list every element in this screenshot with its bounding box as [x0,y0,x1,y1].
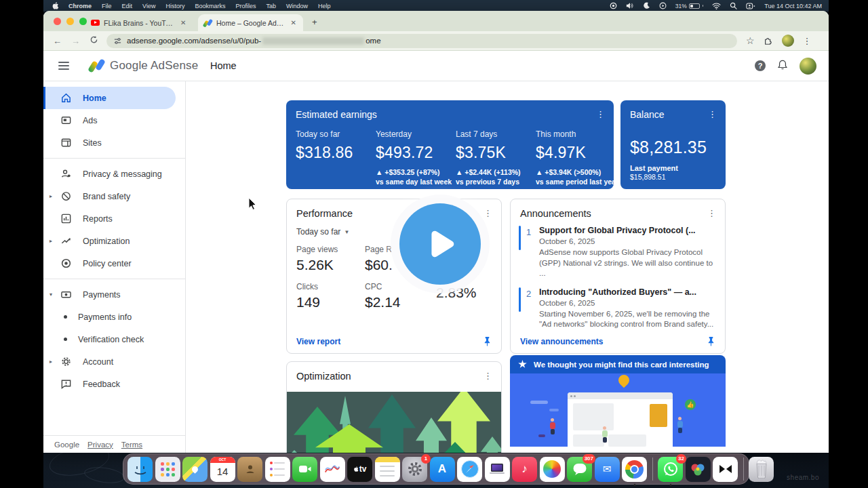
account-avatar[interactable] [800,58,816,75]
adsense-logo[interactable] [90,58,104,73]
calendar-icon[interactable]: OCT 14 [210,457,235,482]
reload-button[interactable] [90,35,98,46]
announcement-title[interactable]: Support for Global Privacy Protocol (... [539,226,715,235]
notifications-bell-icon[interactable] [777,59,788,73]
wifi-icon[interactable] [712,3,721,9]
menu-tab[interactable]: Tab [266,3,276,9]
sidebar-item-verification-check[interactable]: Verification check [43,328,185,350]
safari-icon[interactable] [457,457,482,482]
sidebar-item-privacy-messaging[interactable]: Privacy & messaging [43,163,185,185]
display-preferences-icon[interactable] [485,457,510,482]
maps-icon[interactable] [182,457,208,482]
sidebar-item-optimization[interactable]: ▸ Optimization [43,230,185,252]
close-window-button[interactable] [54,18,61,25]
sidebar-item-brand-safety[interactable]: ▸ Brand safety [43,185,185,207]
pin-icon[interactable] [707,336,715,346]
sidebar-item-account[interactable]: ▸ Account [43,350,185,373]
settings-icon[interactable]: 1 [402,457,427,482]
sidebar-item-payments[interactable]: ▾ Payments [43,283,185,306]
announcement-title[interactable]: Introducing "Authorized Buyers" — a... [539,287,715,297]
tab-youtube[interactable]: FLika Brains - YouTube ✕ [85,14,194,31]
announcement-item[interactable]: 1 Support for Global Privacy Protocol (.… [511,219,725,281]
photos-icon[interactable] [540,457,565,482]
volume-icon[interactable] [626,2,634,9]
menu-file[interactable]: File [102,3,112,9]
menu-edit[interactable]: Edit [122,3,133,9]
menu-view[interactable]: View [142,3,155,9]
browser-profile-avatar[interactable] [782,35,794,47]
reminders-icon[interactable] [265,457,290,482]
menu-history[interactable]: History [165,3,184,9]
menu-profiles[interactable]: Profiles [235,3,256,9]
card-menu-icon[interactable]: ⋮ [708,111,716,118]
play-button[interactable] [399,203,481,285]
chrome-icon[interactable] [622,457,647,482]
new-tab-button[interactable]: + [312,17,317,27]
expand-chevron-icon[interactable]: ▸ [50,238,52,244]
capcut-icon[interactable] [713,457,738,482]
music-icon[interactable]: ♪ [512,457,537,482]
play-status-icon[interactable] [659,2,667,9]
card-menu-icon[interactable]: ⋮ [484,373,492,380]
expand-chevron-icon[interactable]: ▸ [50,193,52,199]
close-tab-icon[interactable]: ✕ [179,19,187,26]
back-button[interactable]: ← [53,36,62,46]
screen-record-icon[interactable] [610,2,617,9]
mail-icon[interactable]: ✉ [595,457,620,482]
site-settings-icon[interactable] [113,37,122,45]
card-menu-icon[interactable]: ⋮ [707,210,715,217]
view-announcements-link[interactable]: View announcements [520,337,603,346]
trash-icon[interactable] [749,457,774,482]
hamburger-menu-icon[interactable] [58,62,69,70]
sidebar-item-reports[interactable]: Reports [43,207,185,230]
messages-icon[interactable]: 307 [567,457,592,482]
menubar-clock[interactable]: Tue 14 Oct 10:42 AM [764,3,822,9]
view-report-link[interactable]: View report [296,337,340,346]
expand-chevron-icon[interactable]: ▸ [50,359,52,365]
address-bar[interactable]: adsense.google.com/adsense/u/0/pub-ome [106,34,737,48]
menu-bookmarks[interactable]: Bookmarks [195,3,225,9]
close-tab-icon[interactable]: ✕ [290,19,298,26]
facetime-icon[interactable] [292,457,317,482]
card-menu-icon[interactable]: ⋮ [484,210,492,217]
terms-link[interactable]: Terms [121,441,142,449]
privacy-link[interactable]: Privacy [87,441,113,449]
whatsapp-icon[interactable]: 32 [658,457,683,482]
tab-adsense[interactable]: Home – Google AdSense ✕ [198,14,303,31]
calendar-day: 14 [217,466,229,477]
extensions-icon[interactable] [764,36,773,45]
davinci-resolve-icon[interactable] [686,457,711,482]
freeform-icon[interactable] [320,457,345,482]
minimize-window-button[interactable] [66,18,74,25]
menu-chrome[interactable]: Chrome [68,3,92,9]
sidebar-item-payments-info[interactable]: Payments info [43,306,185,328]
contacts-icon[interactable] [237,457,262,482]
bookmark-star-icon[interactable]: ☆ [746,35,755,46]
help-icon[interactable]: ? [755,60,766,71]
sidebar-item-home[interactable]: Home [43,87,176,109]
launchpad-icon[interactable] [155,457,180,482]
menu-window[interactable]: Window [286,3,308,9]
video-play-overlay[interactable] [391,195,490,293]
battery-indicator[interactable]: 31% [675,3,704,9]
sidebar-item-policy-center[interactable]: Policy center [43,252,185,274]
menu-help[interactable]: Help [318,3,331,9]
collapse-chevron-icon[interactable]: ▾ [50,291,52,298]
sidebar-item-sites[interactable]: Sites [43,131,185,154]
sidebar-item-feedback[interactable]: Feedback [43,373,185,395]
user-switch-icon[interactable] [746,3,755,9]
window-controls[interactable] [54,18,87,25]
app-store-icon[interactable]: A [430,457,455,482]
focus-moon-icon[interactable] [643,2,650,9]
finder-icon[interactable] [127,457,153,482]
card-menu-icon[interactable]: ⋮ [596,111,604,118]
spotlight-search-icon[interactable] [730,2,737,9]
sidebar-item-ads[interactable]: Ads [43,109,185,131]
notes-icon[interactable] [375,457,400,482]
apple-menu-icon[interactable] [52,1,59,10]
pin-icon[interactable] [483,336,492,346]
browser-menu-icon[interactable]: ⋮ [803,36,812,46]
apple-tv-icon[interactable]: tv [347,457,372,482]
forward-button[interactable]: → [71,36,80,46]
announcement-item[interactable]: 2 Introducing "Authorized Buyers" — a...… [511,281,725,331]
